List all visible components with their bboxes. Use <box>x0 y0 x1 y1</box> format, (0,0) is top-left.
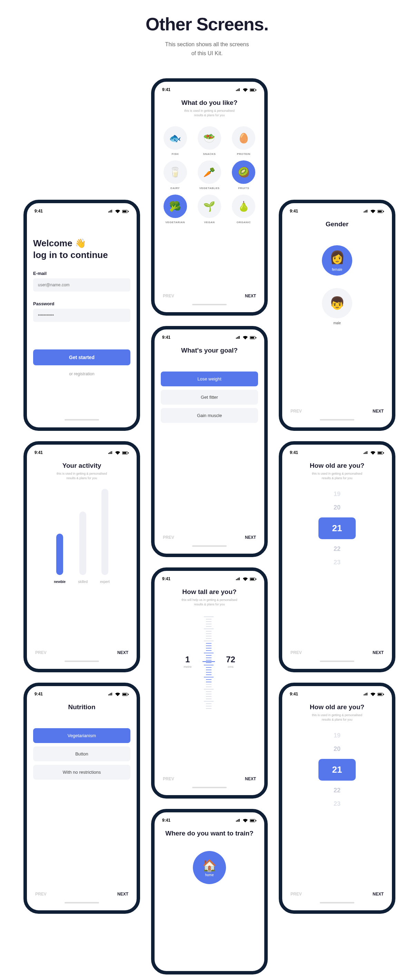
nutrition-option[interactable]: Vegetarianism <box>33 728 131 743</box>
home-indicator <box>65 419 99 420</box>
goal-option[interactable]: Lose weight <box>161 372 258 387</box>
next-button[interactable]: NEXT <box>373 892 384 897</box>
prev-button[interactable]: PREV <box>163 776 174 781</box>
svg-rect-14 <box>128 452 129 453</box>
goal-option[interactable]: Gain muscle <box>161 408 258 423</box>
tile-label: PROTEIN <box>229 153 258 156</box>
age-value[interactable]: 21 <box>318 759 356 781</box>
svg-rect-66 <box>378 694 382 695</box>
prev-button[interactable]: PREV <box>290 650 302 655</box>
status-time: 9:41 <box>162 87 170 92</box>
age-value[interactable]: 23 <box>334 559 341 566</box>
likes-title: What do you like? <box>161 99 258 107</box>
page-title: Other Screens. <box>0 14 414 35</box>
age-value[interactable]: 20 <box>334 504 341 511</box>
age-picker[interactable]: 1920212223 <box>288 490 386 566</box>
male-label: male <box>322 321 352 325</box>
prev-button[interactable]: PREV <box>35 650 46 655</box>
likes-tile-dairy[interactable]: 🥛DAIRY <box>161 161 189 190</box>
train-home[interactable]: 🏠 home <box>193 851 226 884</box>
age-value[interactable]: 22 <box>334 546 341 553</box>
prev-button[interactable]: PREV <box>163 535 174 540</box>
activity-title: Your activity <box>33 462 131 469</box>
likes-tile-vegetarian[interactable]: 🥦VEGETARIAN <box>161 194 189 224</box>
age-picker[interactable]: 1920212223 <box>288 732 386 808</box>
gender-male[interactable]: 👦 male <box>322 288 352 325</box>
activity-bar-newbie[interactable]: newbie <box>54 534 65 584</box>
nutrition-option[interactable]: Button <box>33 746 131 761</box>
tile-icon: 🥗 <box>198 126 221 150</box>
goal-option[interactable]: Get fitter <box>161 390 258 405</box>
screen-activity: 9:41 Your activity this is used in getti… <box>24 441 140 672</box>
likes-tile-fish[interactable]: 🐟FISH <box>161 126 189 156</box>
page-header: Other Screens. This section shows all th… <box>0 14 414 57</box>
next-button[interactable]: NEXT <box>245 294 256 298</box>
svg-rect-10 <box>250 337 254 339</box>
email-field[interactable] <box>33 278 131 291</box>
status-bar: 9:41 <box>161 87 258 92</box>
likes-tile-protein[interactable]: 🥚PROTEIN <box>229 126 258 156</box>
likes-tile-organic[interactable]: 🍐ORGANIC <box>229 194 258 224</box>
height-cms: 72 cms <box>226 655 235 668</box>
next-button[interactable]: NEXT <box>373 409 384 414</box>
likes-tile-vegetables[interactable]: 🥕VEGETABLES <box>195 161 224 190</box>
svg-rect-8 <box>383 211 384 212</box>
tile-icon: 🌱 <box>198 194 221 218</box>
age-value[interactable]: 22 <box>334 787 341 794</box>
svg-rect-11 <box>256 337 256 338</box>
page-subtitle-1: This section shows all the screens <box>165 41 249 47</box>
tile-icon: 🐟 <box>164 126 187 150</box>
password-field[interactable] <box>33 309 131 322</box>
get-started-button[interactable]: Get started <box>33 350 131 365</box>
page-subtitle-2: of this UI Kit. <box>191 50 223 56</box>
age-value[interactable]: 21 <box>318 517 356 539</box>
age-value[interactable]: 20 <box>334 745 341 752</box>
svg-rect-7 <box>378 211 382 213</box>
tile-label: VEGETARIAN <box>161 221 189 224</box>
goal-title: What's your goal? <box>161 347 258 354</box>
height-ruler[interactable] <box>202 613 216 710</box>
activity-bar-expert[interactable]: expert <box>100 489 110 584</box>
tile-label: VEGETABLES <box>195 187 224 190</box>
nutrition-title: Nutrition <box>33 703 131 711</box>
next-button[interactable]: NEXT <box>117 650 128 655</box>
likes-tile-fruits[interactable]: 🥝FRUITS <box>229 161 258 190</box>
likes-tile-snacks[interactable]: 🥗SNACKS <box>195 126 224 156</box>
next-button[interactable]: NEXT <box>373 650 384 655</box>
screen-login: 9:41 Welcome 👋 log in to continue E-mail… <box>24 200 140 431</box>
prev-button[interactable]: PREV <box>290 892 302 897</box>
likes-tile-vegan[interactable]: 🌱VEGAN <box>195 194 224 224</box>
activity-bar-skilled[interactable]: skilled <box>78 512 88 584</box>
password-label: Password <box>33 301 131 306</box>
age-title: How old are you? <box>288 462 386 469</box>
svg-rect-17 <box>383 452 384 453</box>
svg-rect-63 <box>123 694 127 695</box>
svg-rect-69 <box>250 820 254 822</box>
gender-female[interactable]: 👩 female <box>322 245 352 275</box>
svg-rect-5 <box>128 211 129 212</box>
age-value[interactable]: 23 <box>334 800 341 808</box>
login-welcome: Welcome 👋 <box>33 238 86 248</box>
svg-rect-70 <box>256 820 256 821</box>
age-value[interactable]: 19 <box>334 732 341 739</box>
login-continue: log in to continue <box>33 250 108 260</box>
next-button[interactable]: NEXT <box>245 535 256 540</box>
nutrition-option[interactable]: With no restrictions <box>33 765 131 780</box>
female-icon: 👩 <box>330 250 345 264</box>
email-label: E-mail <box>33 271 131 276</box>
tile-icon: 🥦 <box>164 194 187 218</box>
prev-button[interactable]: PREV <box>290 409 302 414</box>
registration-link[interactable]: or registration <box>33 372 131 376</box>
next-button[interactable]: NEXT <box>245 776 256 781</box>
screen-likes: 9:41 What do you like? this is used in g… <box>151 78 268 316</box>
tile-label: ORGANIC <box>229 221 258 224</box>
svg-rect-64 <box>128 694 129 695</box>
svg-rect-67 <box>383 694 384 695</box>
age-value[interactable]: 19 <box>334 490 341 498</box>
next-button[interactable]: NEXT <box>117 892 128 897</box>
male-icon: 👦 <box>330 296 345 310</box>
prev-button[interactable]: PREV <box>163 294 174 298</box>
svg-rect-20 <box>256 579 256 580</box>
prev-button[interactable]: PREV <box>35 892 46 897</box>
gender-title: Gender <box>288 220 386 228</box>
